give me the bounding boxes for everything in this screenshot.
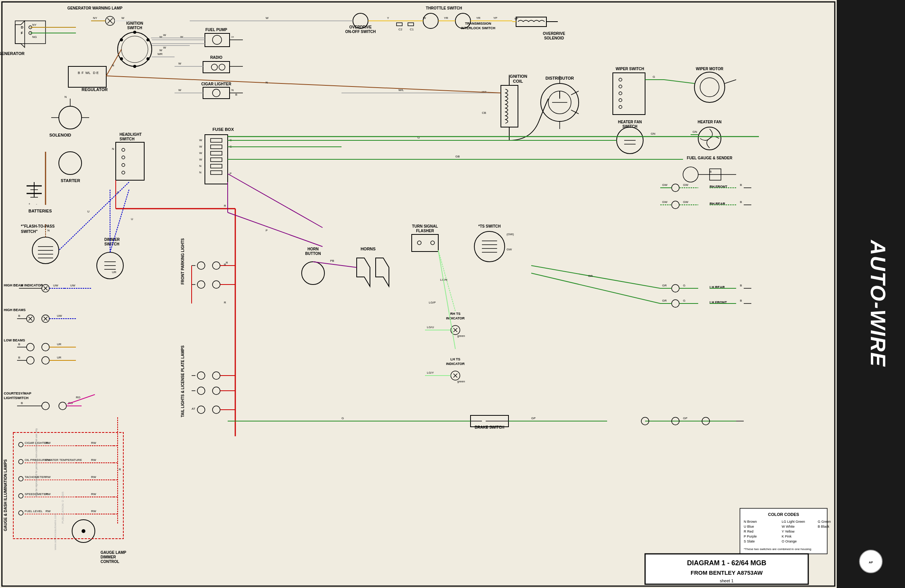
svg-text:GW: GW [662,200,667,204]
svg-text:INDICATOR: INDICATOR [446,362,465,366]
svg-point-29 [133,65,136,68]
svg-text:green: green [457,380,465,383]
svg-text:R: R [224,263,226,266]
svg-text:RW: RW [91,492,96,496]
svg-text:B: B [740,299,742,302]
svg-text:PB: PB [330,259,334,263]
svg-text:COIL: COIL [513,79,523,84]
svg-text:W: W [159,49,162,52]
svg-text:B: B [78,71,80,75]
svg-text:LG/Y: LG/Y [427,371,434,374]
svg-text:UR: UR [57,342,62,346]
svg-text:COLOR CODES: COLOR CODES [768,512,799,517]
svg-text:*TS SWITCH: *TS SWITCH [478,224,501,228]
svg-text:SOLENOID: SOLENOID [544,36,564,40]
svg-text:P: P [266,229,268,232]
svg-text:BUTTON: BUTTON [305,252,321,256]
svg-text:BRAKE SWITCH: BRAKE SWITCH [475,425,504,430]
svg-text:LH TS: LH TS [451,357,460,361]
svg-text:GAUGE LAMP: GAUGE LAMP [100,550,126,555]
svg-text:NG: NG [32,35,37,39]
svg-text:CB: CB [482,111,486,114]
svg-text:GN: GN [651,132,655,135]
svg-text:B  Black: B Black [818,525,829,528]
svg-text:B: B [740,284,742,287]
svg-text:THROTTLE SWITCH: THROTTLE SWITCH [426,6,462,10]
svg-text:-: - [36,202,37,206]
svg-text:B: B [21,401,23,405]
svg-text:RW: RW [46,492,51,496]
svg-text:LOW BEAMS: LOW BEAMS [4,338,25,342]
svg-text:OIL PRESSURE/WATER TEMPERATURE: OIL PRESSURE/WATER TEMPERATURE [25,458,82,462]
svg-point-27 [146,38,149,41]
svg-text:P  Purple: P Purple [744,534,757,538]
svg-text:SWITCH: SWITCH [119,137,134,141]
svg-text:UW: UW [70,284,76,287]
svg-text:GENERATOR WARNING LAMP: GENERATOR WARNING LAMP [67,6,122,10]
svg-text:G: G [683,284,685,287]
svg-text:+: + [29,202,30,206]
svg-text:W: W [178,62,181,65]
svg-text:GR: GR [662,284,667,287]
svg-text:S  Slate: S Slate [744,539,755,543]
svg-text:GENERATOR: GENERATOR [0,51,25,56]
svg-text:I+: I+ [232,35,234,39]
svg-text:RW: RW [91,441,96,445]
svg-text:UW: UW [53,284,59,287]
svg-text:BATTERIES: BATTERIES [29,209,52,213]
svg-text:G: G [653,75,655,79]
svg-text:YP: YP [514,17,518,21]
svg-text:NY: NY [32,23,37,27]
svg-text:LIGHT/SWITCH: LIGHT/SWITCH [4,396,29,400]
svg-text:W: W [121,16,124,20]
svg-text:YR: YR [476,16,480,20]
svg-text:SWITCH: SWITCH [104,242,119,246]
svg-text:GN: GN [692,130,697,133]
svg-text:RH TS: RH TS [451,312,460,315]
svg-text:GR: GR [588,274,593,278]
svg-text:REGULATOR: REGULATOR [82,87,108,92]
svg-text:FRONT PARKING LIGHTS: FRONT PARKING LIGHTS [181,238,185,285]
svg-text:WR: WR [157,52,163,56]
svg-text:N: N [199,164,202,168]
svg-text:GP: GP [683,417,687,420]
svg-text:B: B [18,314,20,317]
svg-text:*"FLASH-TO-PASS: *"FLASH-TO-PASS [21,224,55,228]
svg-text:GB: GB [455,155,460,158]
svg-text:AT: AT [192,407,195,410]
svg-text:C2: C2 [399,28,403,31]
svg-text:GP: GP [531,417,536,420]
svg-text:INDICATOR: INDICATOR [446,316,465,320]
svg-text:B: B [235,93,237,97]
svg-text:U  Blue: U Blue [744,525,754,528]
svg-text:HIGH BEAM INDICATOR: HIGH BEAM INDICATOR [4,284,43,287]
svg-text:WL: WL [86,71,90,75]
svg-text:R: R [224,204,226,208]
wiring-diagram: D F GENERATOR NY NG GENERATOR WARNING LA… [0,0,905,588]
svg-text:ON-OFF SWITCH: ON-OFF SWITCH [345,30,376,34]
svg-text:N: N [266,81,268,84]
svg-text:RW: RW [91,509,96,513]
svg-text:*These two switches are combin: *These two switches are combined in one … [744,547,811,551]
svg-text:HORN: HORN [307,247,318,251]
svg-text:RW: RW [46,441,51,445]
svg-text:FUEL LEVEL: FUEL LEVEL [25,509,43,513]
svg-text:W: W [199,145,202,148]
svg-text:GAUGE & DASH ILLUMINATION LAMP: GAUGE & DASH ILLUMINATION LAMPS [3,459,8,531]
svg-text:G: G [683,299,685,302]
diagram-svg: D F GENERATOR NY NG GENERATOR WARNING LA… [0,0,905,588]
svg-text:PUBLICATION © 2005: PUBLICATION © 2005 [61,491,65,523]
svg-text:COURTESY/MAP: COURTESY/MAP [4,391,32,395]
svg-text:LG/P: LG/P [429,301,436,304]
svg-text:RW: RW [46,475,51,479]
svg-text:GW: GW [662,183,667,187]
svg-point-156 [82,529,86,533]
svg-text:OVERDRIVE: OVERDRIVE [543,32,565,36]
svg-text:W: W [163,33,166,37]
svg-text:FUEL PUMP: FUEL PUMP [205,28,227,32]
svg-text:W/L: W/L [399,89,404,92]
svg-text:RADIO: RADIO [210,55,222,60]
svg-text:HEATER FAN: HEATER FAN [618,120,641,124]
svg-text:W: W [266,16,269,20]
svg-text:B: B [740,183,742,187]
